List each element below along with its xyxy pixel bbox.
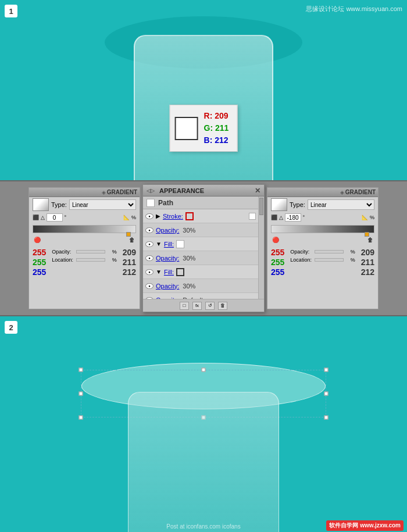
sel-handle-tl[interactable] (79, 368, 83, 372)
opacity-value-2: 30% (183, 255, 195, 262)
opacity-label-1: Opacity: (156, 227, 179, 234)
bottom-watermark: Post at iconfans.com icofans (166, 523, 240, 530)
eye-icon-op2[interactable]: ● (145, 255, 153, 261)
footer-btn-fx[interactable]: fx (192, 302, 202, 310)
location-slider-right[interactable] (315, 258, 343, 262)
opacity-label-left: Opacity: (52, 249, 75, 255)
gradient-left-swatch (33, 198, 49, 211)
gradient-right-val-b: 212 (361, 267, 374, 277)
gradient-right-bar (271, 225, 374, 233)
middle-panels-section: ◈ GRADIENT Type: Linear Radial ⬛ △ 0 ° 📐… (0, 181, 407, 315)
gradient-left-angle-input[interactable]: 0 (47, 213, 63, 222)
location-label-right: Location: (290, 257, 313, 263)
fill-box-1 (176, 240, 184, 248)
opacity-value-1: 30% (183, 227, 195, 234)
location-row-right: Location: % (290, 256, 355, 264)
close-btn-appearance[interactable]: ✕ (255, 187, 260, 195)
gradient-left-type-select[interactable]: Linear Radial (69, 199, 136, 210)
gradient-left-title: GRADIENT (107, 189, 137, 195)
color-values: R: 209 G: 211 B: 212 (204, 110, 229, 147)
gradient-right-type-select[interactable]: Linear Radial (308, 199, 374, 210)
scrollbar-thumb (259, 198, 263, 215)
collapse-arrows-right[interactable]: ◈ (340, 190, 344, 195)
color-g-value: G: 211 (204, 122, 229, 134)
gradient-right-255-g: 255 (271, 258, 284, 267)
gradient-right-val-column: 209 211 212 (361, 248, 374, 277)
gradient-left-255-column: 255 255 255 (33, 248, 46, 277)
path-icon (147, 199, 155, 207)
location-percent-right: % (345, 257, 355, 263)
angle-icons-left: ⬛ △ (33, 215, 45, 220)
gradient-icon-r2: 🗑 (367, 237, 373, 243)
collapse-arrows-left[interactable]: ◈ (102, 190, 106, 195)
color-swatch (175, 117, 198, 140)
eye-icon-fill1[interactable]: ● (145, 241, 153, 247)
footer-btn-trash[interactable]: 🗑 (218, 302, 227, 310)
footer-btn-square[interactable]: □ (180, 302, 189, 310)
gradient-right-255-column: 255 255 255 (271, 248, 284, 277)
sel-handle-left[interactable] (79, 392, 83, 396)
watermark-top: 思缘设计论坛 www.missyuan.com (306, 5, 402, 13)
angle-icons-right: ⬛ △ (271, 215, 283, 220)
gradient-right-sliders-column: Opacity: % Location: % (290, 248, 355, 264)
gradient-right-swatch-row: Type: Linear Radial (267, 197, 378, 212)
footer-btn-rotate[interactable]: ↺ (205, 302, 215, 310)
gradient-icon-r1: 🔴 (272, 237, 279, 243)
gradient-left-val-column: 209 211 212 (123, 248, 136, 277)
appearance-path-row: Path (143, 197, 264, 209)
sel-handle-bl[interactable] (79, 416, 83, 420)
appearance-footer: □ fx ↺ 🗑 (143, 299, 264, 312)
gradient-right-angle-input[interactable]: -180 (285, 213, 301, 222)
opacity-label-2: Opacity: (156, 255, 179, 262)
bottom-canvas-section: 2 Post at iconfans.com icofans 软件自学网 www… (0, 316, 407, 532)
gradient-stop-right[interactable] (365, 232, 369, 237)
gradient-right-type-label: Type: (290, 201, 305, 208)
appearance-titlebar: ◁▷ APPEARANCE ✕ (143, 185, 264, 197)
color-info-box: R: 209 G: 211 B: 212 (170, 105, 238, 152)
gradient-right-val-r: 209 (361, 248, 374, 258)
sel-handle-br[interactable] (324, 416, 329, 420)
location-slider-left[interactable] (76, 258, 105, 262)
location-percent-left: % (106, 257, 117, 263)
opacity-value-3: 30% (183, 283, 195, 290)
gradient-right-255-b: 255 (271, 267, 284, 277)
gradient-stop-left[interactable] (126, 232, 131, 237)
step2-badge: 2 (5, 321, 17, 334)
gradient-left-color-section: 255 255 255 Opacity: % Location: % 209 2… (29, 248, 140, 277)
fill-box-2 (176, 268, 184, 276)
triangle-icon-fill2: ▼ (156, 269, 162, 275)
fill-label-1: Fill: (164, 241, 174, 248)
gradient-right-titlebar: ◈ GRADIENT (267, 188, 378, 197)
fill-row-1: ● ▼ Fill: (143, 237, 264, 251)
appearance-panel: ◁▷ APPEARANCE ✕ Path ● ▶ Stroke: ● Opaci… (142, 184, 265, 312)
gradient-left-val-g: 211 (123, 258, 136, 267)
location-row-left: Location: % (52, 256, 116, 264)
percent-icon-left: 📐 % (123, 215, 136, 220)
top-canvas-section: 思缘设计论坛 www.missyuan.com 1 R: 209 G: 211 … (0, 0, 407, 180)
gradient-right-angle-row: ⬛ △ -180 ° 📐 % (267, 212, 378, 223)
eye-icon-fill2[interactable]: ● (145, 269, 153, 275)
sel-handle-tr[interactable] (324, 368, 329, 372)
opacity-row-left: Opacity: % (52, 248, 116, 256)
eye-icon-op1[interactable]: ● (145, 227, 153, 233)
location-label-left: Location: (52, 257, 75, 263)
opacity-slider-right[interactable] (315, 250, 343, 253)
sel-handle-top[interactable] (202, 368, 206, 372)
eye-icon-op3[interactable]: ● (145, 283, 153, 289)
gradient-left-255-r: 255 (33, 248, 46, 258)
path-label: Path (158, 199, 173, 207)
opacity-percent-right: % (345, 249, 355, 255)
gradient-left-255-g: 255 (33, 258, 46, 267)
gradient-left-type-label: Type: (51, 201, 67, 208)
sel-handle-right[interactable] (324, 392, 329, 396)
eye-icon-stroke[interactable]: ● (145, 213, 153, 219)
gradient-left-255-b: 255 (33, 267, 46, 277)
step1-badge: 1 (5, 5, 17, 17)
gradient-left-bar (33, 225, 136, 233)
gradient-left-sliders-column: Opacity: % Location: % (52, 248, 116, 264)
gradient-right-swatch (271, 198, 287, 211)
gradient-right-bar-container: 🔴 🗑 (271, 225, 374, 243)
fill-label-2: Fill: (164, 269, 174, 276)
appearance-scrollbar[interactable] (258, 197, 264, 299)
opacity-slider-left[interactable] (76, 250, 105, 253)
